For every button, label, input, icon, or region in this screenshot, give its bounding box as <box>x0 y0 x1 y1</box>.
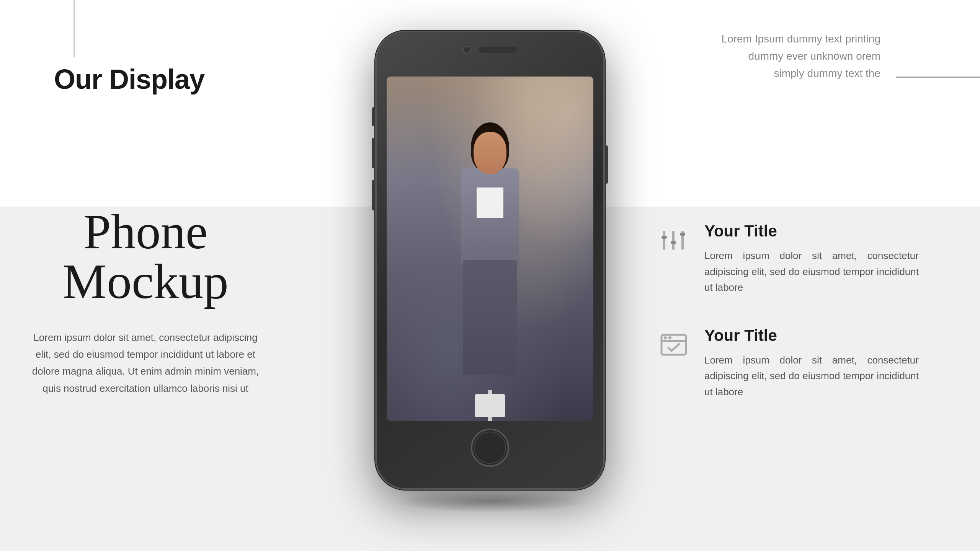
svg-rect-5 <box>680 233 685 236</box>
feature-item-1: Your Title Lorem ipsum dolor sit amet, c… <box>658 222 919 296</box>
features-right-content: Your Title Lorem ipsum dolor sit amet, c… <box>658 222 919 431</box>
mockup-title-line2: Mockup <box>62 254 228 309</box>
decorative-horizontal-line <box>896 77 980 78</box>
phone-screen <box>387 77 593 421</box>
top-right-line1: Lorem Ipsum dummy text printing <box>722 31 881 48</box>
feature-desc-1: Lorem ipsum dolor sit amet, consectetur … <box>704 248 919 296</box>
mockup-description: Lorem ipsum dolor sit amet, consectetur … <box>31 329 260 397</box>
svg-rect-3 <box>662 236 667 239</box>
svg-rect-0 <box>663 231 665 250</box>
phone-top-area <box>463 46 517 54</box>
browser-check-icon <box>658 329 689 360</box>
svg-rect-4 <box>671 241 676 244</box>
phone-shadow <box>394 490 586 513</box>
figure-pants <box>463 260 517 375</box>
phone-volume-down-button <box>372 180 375 210</box>
mockup-title: Phone Mockup <box>31 207 260 306</box>
svg-rect-1 <box>672 231 675 250</box>
phone-speaker <box>479 47 517 53</box>
phone-mockup <box>375 31 605 490</box>
feature-title-2: Your Title <box>704 326 919 345</box>
phone-display-image <box>387 77 593 421</box>
sliders-icon <box>658 225 689 256</box>
figure-face <box>474 132 506 174</box>
feature-title-1: Your Title <box>704 222 919 240</box>
hero-left-content: Phone Mockup Lorem ipsum dolor sit amet,… <box>31 207 260 397</box>
top-right-line3: simply dummy text the <box>722 65 881 82</box>
top-right-description: Lorem Ipsum dummy text printing dummy ev… <box>722 31 881 82</box>
phone-camera <box>463 46 471 54</box>
feature-text-2: Your Title Lorem ipsum dolor sit amet, c… <box>704 326 919 400</box>
decorative-vertical-line <box>74 0 75 57</box>
feature-text-1: Your Title Lorem ipsum dolor sit amet, c… <box>704 222 919 296</box>
phone-volume-up-button <box>372 138 375 168</box>
feature-desc-2: Lorem ipsum dolor sit amet, consectetur … <box>704 352 919 400</box>
phone-home-button[interactable] <box>471 429 509 467</box>
top-right-line2: dummy ever unknown orem <box>722 48 881 65</box>
svg-point-9 <box>668 336 671 339</box>
phone-power-button <box>605 145 608 184</box>
phone-body <box>375 31 605 490</box>
phone-silent-button <box>372 107 375 126</box>
feature-item-2: Your Title Lorem ipsum dolor sit amet, c… <box>658 326 919 400</box>
figure-stool <box>475 394 505 417</box>
svg-point-8 <box>664 336 667 339</box>
mockup-title-line1: Phone <box>83 204 208 259</box>
figure-shirt <box>477 187 503 218</box>
page-title: Our Display <box>54 64 204 95</box>
